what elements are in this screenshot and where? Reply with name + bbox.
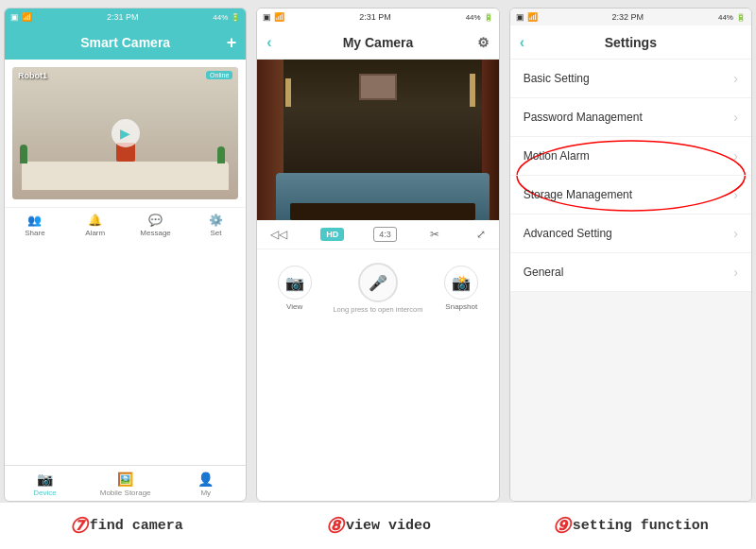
s2-wifi-icon: 📶 [274,12,284,22]
settings-item-basic[interactable]: Basic Setting › [510,60,751,98]
screen3-spacer [510,292,751,501]
video-table [290,203,474,220]
settings-item-motion-alarm[interactable]: Motion Alarm › [510,137,751,176]
room-plant-left [20,145,27,163]
camera-preview-card[interactable]: ▶ Robot1 Online [12,67,238,199]
hd-badge[interactable]: HD [320,228,344,241]
screen1-bottom-tabs: 📷 Device 🖼️ Mobile Storage 👤 My [5,465,246,501]
screen1-phone: ▣ 📶 2:31 PM 44% 🔋 Smart Camera + ▶ Robot… [4,8,247,502]
screen2-settings-icon[interactable]: ⚙ [477,35,490,50]
s3-battery-pct: 44% [718,13,733,22]
screen1-title: Smart Camera [80,35,170,50]
screen2-spacer [257,317,498,501]
room-plant-right [217,146,225,163]
chevron-icon: › [733,187,738,202]
fullscreen-button[interactable]: ⤢ [472,226,490,243]
device-tab-label: Device [33,489,56,497]
screen1-time: 2:31 PM [107,12,139,22]
screen1-spacer [5,243,246,465]
caption-number-1: ⑦ [69,514,88,539]
my-tab-icon: 👤 [198,472,214,487]
quality-badge[interactable]: 4:3 [373,227,397,242]
s2-status-left: ▣ 📶 [263,12,284,22]
share-action[interactable]: 👥 Share [5,214,65,237]
circled-items-wrapper: Motion Alarm › Storage Management › [510,137,751,214]
screen2-status-bar: ▣ 📶 2:31 PM 44% 🔋 [257,9,498,26]
share-label: Share [25,229,44,237]
intercom-action[interactable]: 🎤 Long press to open intercom [333,263,422,314]
video-player[interactable] [257,60,498,220]
caption-1: ⑦ find camera [0,503,252,549]
screen3-title: Settings [605,35,657,50]
tab-mobile-storage[interactable]: 🖼️ Mobile Storage [85,466,165,501]
message-action[interactable]: 💬 Message [126,214,186,237]
s3-battery-area: 44% 🔋 [718,13,746,22]
screen2-title: My Camera [343,35,414,50]
caption-number-2: ⑧ [325,514,344,539]
screen2-back-button[interactable]: ‹ [266,34,271,51]
mic-icon: 🎤 [358,263,398,302]
alarm-action[interactable]: 🔔 Alarm [65,214,126,237]
set-label: Set [210,229,221,237]
screen2-phone: ▣ 📶 2:31 PM 44% 🔋 ‹ My Camera ⚙ [256,8,499,502]
screen3-time: 2:32 PM [612,12,644,22]
wall-art [359,74,397,100]
chevron-icon: › [733,226,738,241]
signal-icon: ▣ [10,12,19,22]
video-room-bg [257,60,498,220]
view-action[interactable]: 📷 View [278,266,312,311]
settings-list: Basic Setting › Password Management › Mo… [510,60,751,292]
settings-item-storage-mgmt[interactable]: Storage Management › [510,176,751,214]
settings-item-general[interactable]: General › [510,253,751,292]
lamp-right [470,74,475,107]
screen2-header: ‹ My Camera ⚙ [257,26,498,60]
share-icon: 👥 [27,214,42,227]
message-label: Message [140,229,170,237]
caption-2: ⑧ view video [252,503,505,549]
battery-area: 44% 🔋 [213,13,240,22]
my-tab-label: My [200,489,211,497]
settings-item-password[interactable]: Password Management › [510,98,751,137]
s2-signal-icon: ▣ [263,12,271,22]
chevron-icon: › [733,265,738,280]
general-label: General [524,266,564,279]
snapshot-label: Snapshot [445,302,477,311]
s3-signal-icon: ▣ [516,12,524,22]
s3-wifi-icon: 📶 [527,12,538,22]
add-camera-button[interactable]: + [227,33,237,53]
wifi-icon: 📶 [22,12,32,22]
camera-name-label: Robot1 [18,71,47,80]
s3-status-left: ▣ 📶 [516,12,538,22]
lamp-left [285,78,291,107]
storage-mgmt-label: Storage Management [524,188,632,201]
caption-text-2: view video [346,518,431,534]
screen3-status-bar: ▣ 📶 2:32 PM 44% 🔋 [510,9,751,26]
screen3-back-button[interactable]: ‹ [520,34,524,51]
s2-battery-icon: 🔋 [484,13,493,22]
tab-my[interactable]: 👤 My [165,466,246,501]
screen1-header: Smart Camera + [5,26,246,60]
mobile-storage-tab-label: Mobile Storage [100,489,151,497]
screens-container: ▣ 📶 2:31 PM 44% 🔋 Smart Camera + ▶ Robot… [0,0,756,502]
intercom-hint-text: Long press to open intercom [333,305,422,314]
alarm-icon: 🔔 [88,214,102,227]
chevron-icon: › [733,71,738,86]
video-controls-bar: ◁◁ HD 4:3 ✂ ⤢ [257,220,498,249]
view-label: View [286,302,302,311]
settings-item-advanced[interactable]: Advanced Setting › [510,214,751,253]
snapshot-icon: 📸 [444,266,478,300]
play-button[interactable]: ▶ [112,119,140,147]
screen3-phone: ▣ 📶 2:32 PM 44% 🔋 ‹ Settings Basic Setti… [509,8,752,502]
chevron-icon: › [733,148,738,163]
battery-icon: 🔋 [231,13,240,22]
rewind-button[interactable]: ◁◁ [266,226,291,243]
screen1-action-bar: 👥 Share 🔔 Alarm 💬 Message ⚙️ Set [5,207,246,243]
tab-device[interactable]: 📷 Device [5,466,85,501]
basic-setting-label: Basic Setting [524,72,590,85]
snapshot-action[interactable]: 📸 Snapshot [444,266,478,311]
scissors-button[interactable]: ✂ [426,226,443,243]
view-icon: 📷 [278,266,312,300]
mobile-storage-tab-icon: 🖼️ [117,472,133,487]
set-action[interactable]: ⚙️ Set [185,214,246,237]
caption-text-1: find camera [90,518,183,534]
